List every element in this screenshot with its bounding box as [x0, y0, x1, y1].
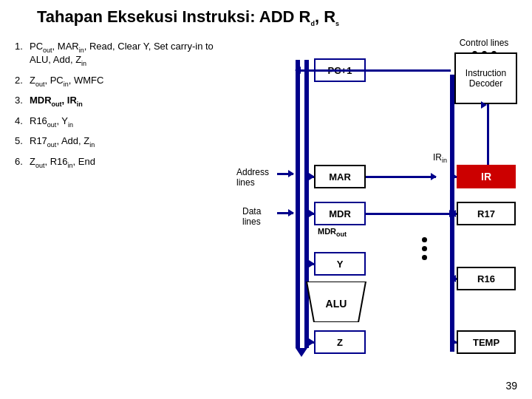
page-number: 39	[505, 380, 517, 392]
step-6-text: Zout, R16in, End	[30, 156, 95, 169]
steps-list: 1. PCout, MARin, Read, Clear Y, Set carr…	[15, 38, 222, 378]
mdr-label: MDR	[329, 208, 351, 219]
bus-to-z-arrow	[309, 341, 314, 344]
r16-box: R16	[457, 267, 516, 290]
mdr-to-rightbus-arrow	[366, 213, 454, 215]
reg-dot-1	[422, 237, 427, 242]
data-lines-label: Datalines	[242, 206, 261, 227]
step-3: 3. MDRout, IRin	[15, 95, 222, 108]
address-lines-arrow	[277, 173, 293, 175]
reg-dot-3	[422, 255, 427, 260]
temp-box: TEMP	[457, 330, 516, 354]
mar-label: MAR	[329, 171, 351, 183]
bus-to-y-arrow	[309, 263, 314, 265]
svg-text:ALU: ALU	[326, 298, 347, 310]
address-bus-vertical	[296, 60, 300, 348]
y-label: Y	[337, 259, 344, 270]
diagram-area: Control lines InstructionDecoder Addr	[222, 38, 517, 378]
step-5-text: R17out, Add, Zin	[30, 135, 95, 149]
register-dots	[422, 237, 427, 260]
content-area: 1. PCout, MARin, Read, Clear Y, Set carr…	[15, 38, 517, 378]
bus-to-mar-arrow	[309, 176, 314, 178]
page-container: Tahapan Eksekusi Instruksi: ADD Rd, Rs 1…	[0, 0, 532, 399]
r16-label: R16	[477, 273, 495, 284]
title-mid: , R	[315, 7, 335, 26]
step-6-num: 6.	[15, 156, 30, 167]
mar-to-ir-arrow	[366, 176, 436, 178]
mdr-box: MDR	[314, 202, 366, 225]
r17-box: R17	[457, 202, 516, 225]
data-lines-arrow	[277, 212, 293, 214]
z-label: Z	[337, 337, 343, 348]
reg-dot-2	[422, 246, 427, 251]
step-1-num: 1.	[15, 41, 30, 52]
bus-to-temp-arrow	[451, 341, 457, 344]
title-main: Tahapan Eksekusi Instruksi: ADD R	[37, 7, 310, 26]
step-2-num: 2.	[15, 75, 30, 86]
instruction-decoder-box: InstructionDecoder	[454, 52, 517, 104]
step-5: 5. R17out, Add, Zin	[15, 135, 222, 149]
step-1-text: PCout, MARin, Read, Clear Y, Set carry-i…	[30, 41, 222, 66]
ir-label: IR	[481, 171, 491, 183]
temp-label: TEMP	[473, 337, 499, 348]
rightbus-to-ir-arrow	[451, 176, 457, 178]
step-2: 2. Zout, PCin, WMFC	[15, 75, 222, 88]
step-5-num: 5.	[15, 135, 30, 146]
r17-label: R17	[477, 208, 495, 219]
steps-ol: 1. PCout, MARin, Read, Clear Y, Set carr…	[15, 41, 222, 168]
irin-label: IRin	[433, 152, 447, 164]
address-lines-label: Addresslines	[236, 167, 269, 188]
z-box: Z	[314, 330, 366, 354]
step-4: 4. R16out, Yin	[15, 115, 222, 129]
alu-svg: ALU	[303, 282, 369, 322]
y-box: Y	[314, 252, 366, 276]
mar-box: MAR	[314, 165, 366, 188]
step-4-text: R16out, Yin	[30, 115, 73, 129]
step-3-text: MDRout, IRin	[30, 95, 83, 108]
step-3-num: 3.	[15, 95, 30, 106]
step-1: 1. PCout, MARin, Read, Clear Y, Set carr…	[15, 41, 222, 66]
bus-bottom-arrow	[296, 348, 307, 357]
step-6: 6. Zout, R16in, End	[15, 156, 222, 169]
ir-box: IR	[457, 165, 516, 188]
bus-to-mdr-arrow	[309, 213, 314, 215]
mdrout-label: MDRout	[318, 227, 347, 238]
control-lines-text: Control lines	[460, 38, 509, 48]
page-title: Tahapan Eksekusi Instruksi: ADD Rd, Rs	[37, 7, 517, 27]
r16-to-bus-arrow	[451, 278, 457, 280]
step-2-text: Zout, PCin, WMFC	[30, 75, 103, 88]
title-sub2: s	[335, 20, 339, 27]
ir-to-decoder-line	[487, 104, 489, 165]
top-bus-connection	[309, 69, 451, 72]
step-4-num: 4.	[15, 115, 30, 126]
